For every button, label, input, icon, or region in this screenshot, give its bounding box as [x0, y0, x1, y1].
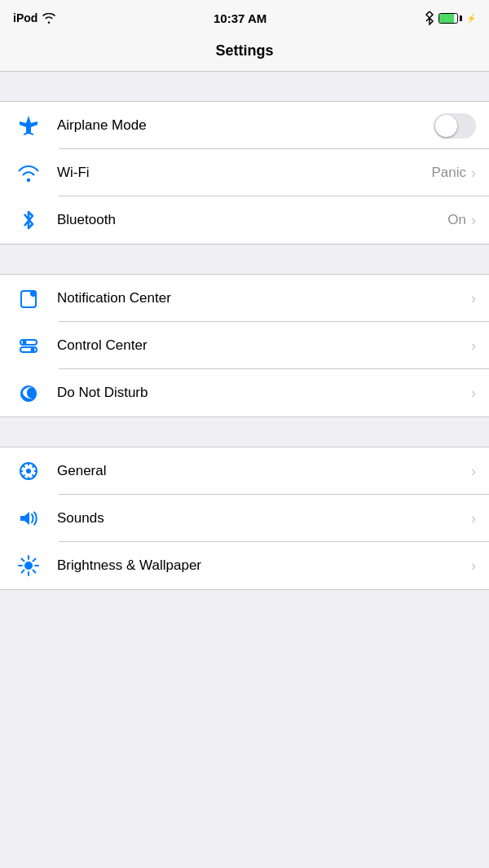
- svg-line-23: [22, 559, 24, 562]
- wifi-label: Wi-Fi: [57, 165, 431, 181]
- svg-point-0: [27, 178, 30, 182]
- status-right: ⚡: [425, 11, 476, 25]
- bluetooth-icon: [13, 205, 44, 236]
- sounds-label: Sounds: [57, 510, 471, 527]
- general-row[interactable]: General ›: [0, 447, 489, 495]
- section-gap-1: [0, 72, 489, 101]
- status-bar: iPod 10:37 AM ⚡: [0, 0, 489, 36]
- sounds-row[interactable]: Sounds ›: [0, 495, 489, 542]
- svg-line-16: [23, 475, 25, 478]
- bluetooth-row[interactable]: Bluetooth On ›: [0, 196, 489, 244]
- settings-group-connectivity: Airplane Mode Wi-Fi Panic › Bluetooth On…: [0, 101, 489, 245]
- bluetooth-value: On: [447, 212, 466, 228]
- sounds-icon: [13, 503, 44, 534]
- charging-icon: ⚡: [466, 14, 476, 23]
- wifi-icon: [13, 157, 44, 188]
- svg-point-18: [24, 562, 33, 570]
- airplane-mode-row[interactable]: Airplane Mode: [0, 102, 489, 149]
- control-center-icon: [13, 330, 44, 361]
- svg-line-24: [33, 571, 36, 573]
- bluetooth-chevron-icon: ›: [471, 212, 476, 229]
- settings-group-device: General › Sounds ›: [0, 447, 489, 590]
- airplane-mode-label: Airplane Mode: [57, 117, 434, 134]
- svg-point-6: [31, 348, 35, 352]
- control-center-chevron-icon: ›: [471, 337, 476, 355]
- svg-point-8: [26, 469, 31, 474]
- status-wifi-icon: [42, 13, 55, 24]
- general-label: General: [57, 463, 471, 479]
- section-gap-2: [0, 245, 489, 274]
- brightness-wallpaper-icon: [13, 550, 44, 581]
- notification-center-icon: [13, 283, 44, 314]
- svg-line-26: [22, 571, 24, 573]
- general-icon: [13, 456, 44, 487]
- do-not-disturb-row[interactable]: Do Not Disturb ›: [0, 369, 489, 416]
- battery-icon: [438, 13, 462, 24]
- wifi-row[interactable]: Wi-Fi Panic ›: [0, 149, 489, 196]
- device-name: iPod: [13, 11, 37, 24]
- brightness-wallpaper-chevron-icon: ›: [471, 557, 476, 575]
- svg-line-13: [23, 465, 25, 468]
- page-title: Settings: [215, 42, 273, 59]
- control-center-row[interactable]: Control Center ›: [0, 322, 489, 369]
- bluetooth-label: Bluetooth: [57, 212, 447, 228]
- status-time: 10:37 AM: [214, 11, 267, 25]
- settings-group-notifications: Notification Center › Control Center ›: [0, 274, 489, 417]
- status-left: iPod: [13, 11, 55, 24]
- brightness-wallpaper-row[interactable]: Brightness & Wallpaper ›: [0, 542, 489, 589]
- airplane-mode-toggle[interactable]: [434, 113, 476, 139]
- svg-point-2: [30, 290, 37, 297]
- svg-marker-17: [20, 512, 29, 525]
- notification-center-row[interactable]: Notification Center ›: [0, 275, 489, 322]
- do-not-disturb-label: Do Not Disturb: [57, 385, 471, 401]
- nav-header: Settings: [0, 36, 489, 72]
- svg-point-4: [23, 341, 27, 345]
- svg-line-14: [33, 475, 35, 478]
- general-chevron-icon: ›: [471, 463, 476, 480]
- do-not-disturb-chevron-icon: ›: [471, 385, 476, 402]
- control-center-label: Control Center: [57, 337, 471, 354]
- wifi-value: Panic: [431, 165, 466, 181]
- svg-line-15: [33, 465, 35, 468]
- airplane-mode-icon: [13, 110, 44, 141]
- do-not-disturb-icon: [13, 377, 44, 408]
- notification-center-chevron-icon: ›: [471, 290, 476, 307]
- svg-line-25: [33, 559, 36, 562]
- wifi-chevron-icon: ›: [471, 165, 476, 182]
- notification-center-label: Notification Center: [57, 290, 471, 306]
- toggle-knob: [435, 115, 457, 137]
- brightness-wallpaper-label: Brightness & Wallpaper: [57, 557, 471, 574]
- section-gap-3: [0, 417, 489, 447]
- sounds-chevron-icon: ›: [471, 510, 476, 527]
- status-bluetooth-icon: [425, 11, 434, 25]
